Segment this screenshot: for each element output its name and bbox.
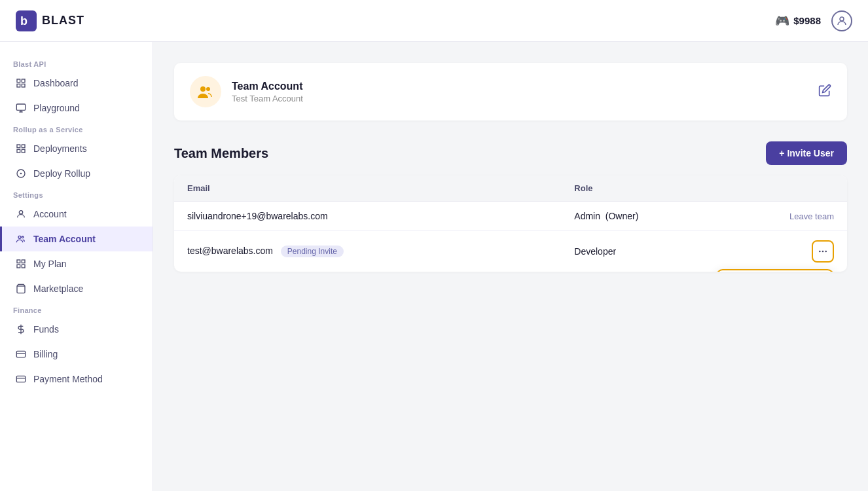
sidebar: Blast API Dashboard Playground Rollup as… [0,42,153,491]
members-table: Email Role silviuandrone+19@bwarelabs.co… [174,175,847,272]
deploy-rollup-icon [15,168,27,179]
svg-rect-4 [22,79,25,82]
payment-method-icon [15,373,27,385]
svg-rect-24 [16,376,25,382]
team-avatar [190,76,221,107]
sidebar-label-account: Account [33,209,67,219]
logo: b BLAST [16,10,84,31]
actions-dropdown: Promote to Admin [716,269,834,272]
team-account-subtitle: Test Team Account [232,94,303,103]
sidebar-label-my-plan: My Plan [33,259,67,269]
my-plan-icon [15,258,27,270]
svg-rect-8 [17,145,20,148]
team-info-text: Team Account Test Team Account [232,81,303,103]
svg-rect-3 [17,79,20,82]
sidebar-section-finance: Finance [0,301,153,317]
svg-point-15 [18,236,21,238]
sidebar-item-marketplace[interactable]: Marketplace [0,276,153,301]
svg-rect-5 [17,84,20,87]
sidebar-label-deployments: Deployments [33,143,87,154]
sidebar-label-marketplace: Marketplace [33,283,83,294]
sidebar-item-playground[interactable]: Playground [0,96,153,120]
sidebar-label-team-account: Team Account [33,234,96,244]
svg-rect-7 [16,104,25,110]
sidebar-section-blast-api: Blast API [0,55,153,71]
svg-rect-9 [22,145,25,148]
account-icon [15,208,27,220]
team-card-info: Team Account Test Team Account [190,76,303,107]
more-actions-button[interactable] [812,240,834,263]
edit-team-button[interactable] [818,84,831,100]
sidebar-item-billing[interactable]: Billing [0,342,153,367]
credits-display: 🎮 $9988 [775,14,821,28]
sidebar-section-settings: Settings [0,186,153,202]
members-section-header: Team Members + Invite User [174,141,847,165]
svg-point-16 [22,236,24,238]
svg-point-2 [840,17,844,21]
col-header-role: Role [561,175,847,202]
svg-point-29 [822,251,824,253]
member-email-2: test@bwarelabs.com Pending Invite [174,231,561,272]
leave-team-link[interactable]: Leave team [789,211,834,221]
svg-rect-20 [22,264,25,268]
sidebar-item-deploy-rollup[interactable]: Deploy Rollup [0,161,153,186]
svg-text:b: b [20,14,27,27]
team-account-card: Team Account Test Team Account [174,63,847,120]
sidebar-item-dashboard[interactable]: Dashboard [0,71,153,96]
svg-point-30 [825,251,827,253]
members-table-wrapper: Email Role silviuandrone+19@bwarelabs.co… [174,175,847,272]
billing-icon [15,348,27,360]
sidebar-item-team-account[interactable]: Team Account [0,227,153,251]
svg-rect-17 [17,260,20,263]
member-email-1: silviuandrone+19@bwarelabs.com [174,202,561,231]
dashboard-icon [15,77,27,89]
sidebar-label-funds: Funds [33,324,59,335]
sidebar-item-my-plan[interactable]: My Plan [0,251,153,276]
member-role-cell-2: Developer [561,231,847,272]
actions-wrapper: Promote to Admin [812,240,834,263]
sidebar-label-billing: Billing [33,349,58,359]
sidebar-item-account[interactable]: Account [0,202,153,227]
credits-icon: 🎮 [775,14,789,28]
blast-logo-icon: b [16,10,37,31]
sidebar-label-dashboard: Dashboard [33,78,79,88]
members-section-title: Team Members [174,146,268,161]
svg-rect-11 [22,149,25,153]
credits-amount: $9988 [793,15,821,26]
svg-point-14 [19,211,22,214]
invite-user-button[interactable]: + Invite User [766,141,847,165]
header: b BLAST 🎮 $9988 [0,0,868,42]
playground-icon [15,102,27,114]
member-role-2: Developer [574,246,616,257]
svg-rect-6 [22,84,25,87]
user-avatar-button[interactable] [831,10,852,31]
header-right: 🎮 $9988 [775,10,852,31]
svg-point-28 [819,251,821,253]
sidebar-label-payment-method: Payment Method [33,374,103,384]
svg-point-27 [206,87,210,91]
team-account-icon [15,233,27,245]
member-role-cell-1: Admin (Owner) Leave team [561,202,847,231]
table-row: test@bwarelabs.com Pending Invite Develo… [174,231,847,272]
sidebar-item-payment-method[interactable]: Payment Method [0,367,153,391]
table-row: silviuandrone+19@bwarelabs.com Admin (Ow… [174,202,847,231]
sidebar-label-playground: Playground [33,103,80,113]
table-header-row: Email Role [174,175,847,202]
sidebar-label-deploy-rollup: Deploy Rollup [33,168,90,179]
svg-rect-18 [22,260,25,263]
sidebar-item-funds[interactable]: Funds [0,317,153,342]
sidebar-section-rollup: Rollup as a Service [0,120,153,136]
deployments-icon [15,143,27,155]
svg-rect-10 [17,149,20,153]
sidebar-item-deployments[interactable]: Deployments [0,136,153,161]
svg-point-26 [200,86,206,92]
main-layout: Blast API Dashboard Playground Rollup as… [0,42,868,491]
svg-point-13 [20,173,21,173]
logo-text: BLAST [42,14,84,27]
funds-icon [15,323,27,335]
marketplace-icon [15,283,27,295]
col-header-email: Email [174,175,561,202]
pending-invite-badge: Pending Invite [281,245,344,257]
svg-rect-22 [16,351,25,357]
team-account-name: Team Account [232,81,303,92]
